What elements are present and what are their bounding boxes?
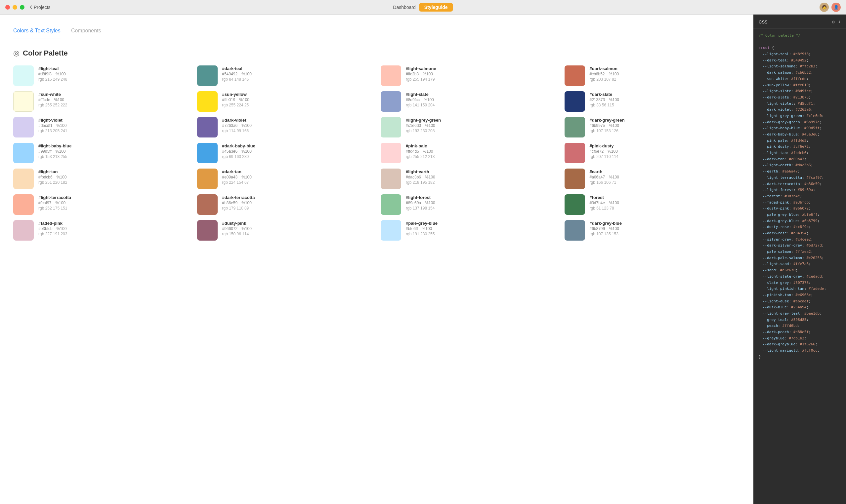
color-swatch[interactable]	[13, 220, 34, 240]
dashboard-button[interactable]: Dashboard	[393, 5, 416, 10]
color-swatch[interactable]	[13, 117, 34, 138]
css-variable-line: --light-dusk: #abcaef;	[759, 299, 841, 305]
color-hex-row: #d5cdf1 %100	[38, 123, 67, 128]
color-grid: #light-teal #d8f9f8 %100 rgb 216 249 248…	[13, 66, 740, 240]
css-variable-line: --dark-violet: #7263a6;	[759, 107, 841, 113]
color-hex-row: #e3bfcb %100	[38, 227, 67, 231]
color-opacity: %100	[609, 123, 619, 128]
color-swatch[interactable]	[381, 143, 401, 163]
main-layout: Colors & Text Styles Components ◎ Color …	[0, 15, 846, 504]
content-area: Colors & Text Styles Components ◎ Color …	[0, 15, 753, 504]
css-variable-line: --faded-pink: #e3bfcb;	[759, 200, 841, 206]
color-name: #light-violet	[38, 118, 67, 123]
color-info: #dark-violet #7263a6 %100 rgb 114 99 166	[222, 117, 252, 133]
color-hex: #fcaf97	[38, 201, 51, 205]
color-name: #light-baby-blue	[38, 143, 71, 148]
color-hex-row: #89c69a %100	[406, 201, 435, 205]
color-swatch[interactable]	[13, 91, 34, 112]
color-swatch[interactable]	[197, 220, 218, 240]
css-variable-line: --dark-rose: #a84354;	[759, 230, 841, 237]
color-hex-row: #ffd4d5 %100	[406, 149, 435, 154]
color-swatch[interactable]	[197, 143, 218, 163]
color-opacity: %100	[422, 227, 432, 231]
color-swatch[interactable]	[381, 66, 401, 86]
back-label: Projects	[34, 5, 51, 10]
color-swatch[interactable]	[13, 66, 34, 86]
color-rgb: rgb 107 135 153	[590, 232, 622, 236]
color-swatch[interactable]	[565, 91, 585, 112]
tab-components[interactable]: Components	[71, 25, 101, 38]
css-variable-line: --dusk-blue: #254a94;	[759, 304, 841, 311]
color-info: #forest #3d7b4e %100 rgb 61 123 78	[590, 194, 619, 211]
color-swatch[interactable]	[197, 194, 218, 215]
color-swatch[interactable]	[381, 168, 401, 189]
color-hex-row: #3d7b4e %100	[590, 201, 619, 205]
color-swatch[interactable]	[197, 168, 218, 189]
css-panel-icons: ⚙ ⬇	[832, 19, 841, 24]
filter-icon[interactable]: ⚙	[832, 19, 834, 24]
color-name: #light-earth	[406, 169, 435, 174]
css-variable-line: --pale-salmon: #ffaea2;	[759, 249, 841, 255]
color-rgb: rgb 255 252 222	[38, 103, 67, 107]
color-item: #dark-grey-blue #6b8799 %100 rgb 107 135…	[565, 220, 740, 240]
color-swatch[interactable]	[197, 66, 218, 86]
css-variable-line: --pink-pale: #ffd4d5;	[759, 138, 841, 144]
color-hex: #fffcde	[38, 97, 50, 102]
color-swatch[interactable]	[565, 168, 585, 189]
color-opacity: %100	[56, 72, 66, 76]
color-rgb: rgb 255 212 213	[406, 154, 435, 159]
styleguide-button[interactable]: Styleguide	[419, 3, 453, 12]
color-opacity: %100	[56, 175, 67, 179]
color-info: #dark-grey-blue #6b8799 %100 rgb 107 135…	[590, 220, 622, 236]
color-rgb: rgb 218 195 182	[406, 180, 435, 185]
color-hex: #7263a6	[222, 123, 238, 128]
color-swatch[interactable]	[381, 220, 401, 240]
css-variable-line: --light-tan: #fbdcb6;	[759, 150, 841, 156]
color-swatch[interactable]	[565, 194, 585, 215]
close-button[interactable]	[5, 5, 10, 10]
avatar-1[interactable]: 🧑	[819, 3, 829, 12]
download-icon[interactable]: ⬇	[838, 19, 841, 24]
color-hex: #966072	[222, 227, 238, 231]
css-variable-line: --slate-grey: #607378;	[759, 280, 841, 286]
color-item: #forest #3d7b4e %100 rgb 61 123 78	[565, 194, 740, 215]
color-rgb: rgb 153 213 255	[38, 154, 71, 159]
color-swatch[interactable]	[565, 143, 585, 163]
color-info: #dark-slate #213873 %100 rgb 33 56 115	[590, 91, 619, 107]
color-opacity: %100	[242, 72, 252, 76]
color-info: #light-forest #89c69a %100 rgb 137 198 1…	[406, 194, 435, 211]
color-swatch[interactable]	[197, 117, 218, 138]
color-opacity: %100	[56, 123, 67, 128]
color-swatch[interactable]	[565, 117, 585, 138]
color-item: #dark-slate #213873 %100 rgb 33 56 115	[565, 91, 740, 112]
color-item: #light-salmone #ffc2b3 %100 rgb 255 194 …	[381, 66, 557, 86]
droplet-icon: ◎	[13, 49, 19, 57]
avatar-2[interactable]: 👤	[831, 3, 841, 12]
color-item: #light-baby-blue #99d5ff %100 rgb 153 21…	[13, 143, 189, 163]
fullscreen-button[interactable]	[20, 5, 24, 10]
titlebar-center: Dashboard Styleguide	[393, 3, 453, 12]
color-swatch[interactable]	[565, 66, 585, 86]
color-swatch[interactable]	[13, 168, 34, 189]
color-hex: #cf6e72	[590, 149, 604, 154]
color-hex-row: #fcaf97 %100	[38, 201, 71, 205]
color-swatch[interactable]	[381, 194, 401, 215]
color-swatch[interactable]	[565, 220, 585, 240]
minimize-button[interactable]	[13, 5, 17, 10]
color-info: #light-teal #d8f9f8 %100 rgb 216 249 248	[38, 66, 67, 82]
color-opacity: %100	[56, 149, 66, 154]
color-swatch[interactable]	[13, 143, 34, 163]
tab-colors[interactable]: Colors & Text Styles	[13, 25, 60, 38]
color-swatch[interactable]	[13, 194, 34, 215]
color-swatch[interactable]	[381, 91, 401, 112]
css-variable-line: --light-marigold: #fcf0cc;	[759, 348, 841, 354]
css-variable-line: --earth: #a66a47;	[759, 168, 841, 175]
css-variable-line: --dark-pale-salmon: #c26253;	[759, 255, 841, 262]
color-swatch[interactable]	[197, 91, 218, 112]
css-selector: :root {	[759, 45, 841, 51]
color-hex: #6b8799	[590, 227, 605, 231]
back-nav[interactable]: Projects	[30, 5, 51, 10]
color-swatch[interactable]	[381, 117, 401, 138]
color-hex: #ffe019	[222, 97, 235, 102]
color-item: #dark-baby-blue #45a3e6 %100 rgb 69 163 …	[197, 143, 373, 163]
